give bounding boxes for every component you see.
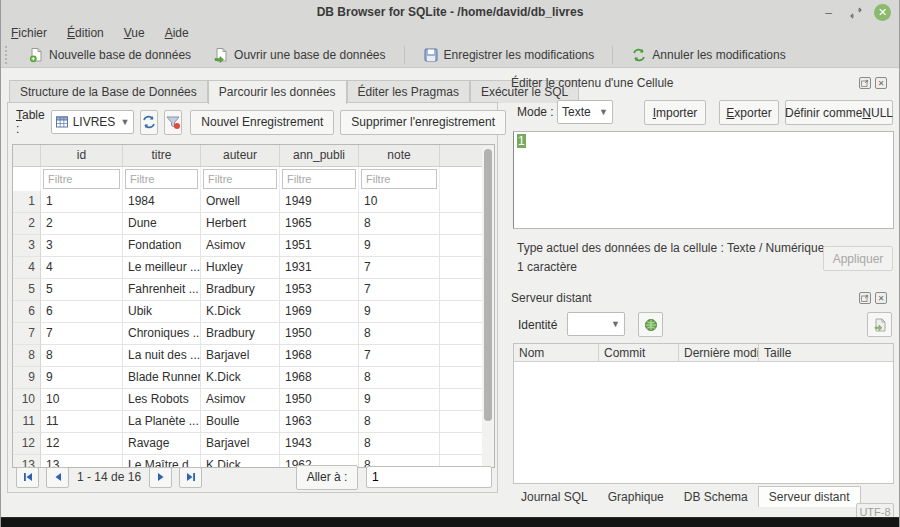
grid-cell[interactable]: Asimov xyxy=(201,389,280,411)
grid-cell[interactable]: 1953 xyxy=(280,279,359,301)
grid-cell[interactable]: Les Robots xyxy=(123,389,201,411)
remote-col-commit[interactable]: Commit xyxy=(599,344,679,361)
table-row[interactable]: 7 7 Chroniques ... Bradbury 1950 8 xyxy=(13,323,494,345)
row-number[interactable]: 12 xyxy=(13,433,41,455)
grid-cell[interactable]: 7 xyxy=(359,279,440,301)
tab-structure[interactable]: Structure de la Base de Données xyxy=(9,80,208,103)
grid-cell[interactable]: Asimov xyxy=(201,235,280,257)
toolbar-drag-handle[interactable] xyxy=(5,46,10,64)
grid-cell[interactable]: 7 xyxy=(41,323,123,345)
table-row[interactable]: 1 1 1984 Orwell 1949 10 xyxy=(13,191,494,213)
goto-record-button[interactable]: Aller à : xyxy=(296,465,358,490)
grid-cell[interactable]: Le meilleur ... xyxy=(123,257,201,279)
last-record-button[interactable] xyxy=(179,467,202,488)
grid-cell[interactable]: 1950 xyxy=(280,323,359,345)
restore-button[interactable] xyxy=(847,4,864,21)
row-number[interactable]: 8 xyxy=(13,345,41,367)
filter-input-id[interactable] xyxy=(43,169,120,189)
table-row[interactable]: 9 9 Blade Runner K.Dick 1968 8 xyxy=(13,367,494,389)
grid-cell[interactable]: 4 xyxy=(41,257,123,279)
goto-record-input[interactable] xyxy=(366,466,492,488)
menu-fichier[interactable]: Fichier xyxy=(11,26,47,42)
table-row[interactable]: 8 8 La nuit des ... Barjavel 1968 7 xyxy=(13,345,494,367)
grid-cell[interactable]: 1951 xyxy=(280,235,359,257)
column-header-ann-publi[interactable]: ann_publi xyxy=(280,145,359,167)
menu-vue[interactable]: Vue xyxy=(124,26,145,42)
grid-cell[interactable]: 1965 xyxy=(280,213,359,235)
first-record-button[interactable] xyxy=(16,467,39,488)
grid-cell[interactable]: Boulle xyxy=(201,411,280,433)
grid-cell[interactable]: Bradbury xyxy=(201,323,280,345)
table-row[interactable]: 12 12 Ravage Barjavel 1943 8 xyxy=(13,433,494,455)
tab-edit-pragmas[interactable]: Éditer les Pragmas xyxy=(347,80,470,103)
column-header-titre[interactable]: titre xyxy=(123,145,201,167)
grid-cell[interactable]: 7 xyxy=(359,345,440,367)
open-database-button[interactable]: Ouvrir une base de données xyxy=(205,44,393,66)
grid-cell[interactable]: 1969 xyxy=(280,301,359,323)
clone-database-button[interactable] xyxy=(867,312,892,337)
cell-content-editor[interactable]: 1 xyxy=(513,131,894,229)
grid-cell[interactable]: Fahrenheit ... xyxy=(123,279,201,301)
row-number[interactable]: 2 xyxy=(13,213,41,235)
grid-cell[interactable]: 8 xyxy=(41,345,123,367)
grid-cell[interactable]: 1931 xyxy=(280,257,359,279)
grid-cell[interactable]: 1968 xyxy=(280,345,359,367)
grid-cell[interactable]: 2 xyxy=(41,213,123,235)
grid-cell[interactable]: 7 xyxy=(359,257,440,279)
float-panel-icon[interactable] xyxy=(859,292,871,304)
filter-input-titre[interactable] xyxy=(125,169,198,189)
export-button[interactable]: Exporter xyxy=(719,100,779,125)
row-number[interactable]: 5 xyxy=(13,279,41,301)
set-null-button[interactable]: Définir comme NULL xyxy=(785,100,893,125)
grid-cell[interactable]: Dune xyxy=(123,213,201,235)
apply-button[interactable]: Appliquer xyxy=(823,246,893,271)
grid-cell[interactable]: Chroniques ... xyxy=(123,323,201,345)
grid-cell[interactable]: 10 xyxy=(41,389,123,411)
new-database-button[interactable]: Nouvelle base de données xyxy=(20,44,199,66)
grid-cell[interactable]: Orwell xyxy=(201,191,280,213)
grid-cell[interactable]: 1943 xyxy=(280,433,359,455)
grid-cell[interactable]: La Planète ... xyxy=(123,411,201,433)
row-number[interactable]: 4 xyxy=(13,257,41,279)
table-row[interactable]: 6 6 Ubik K.Dick 1969 9 xyxy=(13,301,494,323)
column-header-note[interactable]: note xyxy=(359,145,440,167)
menu-aide[interactable]: Aide xyxy=(165,26,189,42)
grid-cell[interactable]: 8 xyxy=(359,433,440,455)
menu-edition[interactable]: Édition xyxy=(67,26,104,42)
table-row[interactable]: 5 5 Fahrenheit ... Bradbury 1953 7 xyxy=(13,279,494,301)
grid-cell[interactable]: 1963 xyxy=(280,411,359,433)
clear-filters-button[interactable] xyxy=(164,110,182,135)
delete-record-button[interactable]: Supprimer l'enregistrement xyxy=(340,110,506,135)
grid-cell[interactable]: 3 xyxy=(41,235,123,257)
tab-journal-sql[interactable]: Journal SQL xyxy=(511,487,598,507)
float-panel-icon[interactable] xyxy=(859,77,871,89)
new-record-button[interactable]: Nouvel Enregistrement xyxy=(190,110,334,135)
row-number[interactable]: 7 xyxy=(13,323,41,345)
grid-cell[interactable]: La nuit des ... xyxy=(123,345,201,367)
remote-col-taille[interactable]: Taille xyxy=(759,344,893,361)
tab-serveur-distant[interactable]: Serveur distant xyxy=(758,486,861,507)
remote-col-modif[interactable]: Dernière modific xyxy=(679,344,759,361)
filter-input-auteur[interactable] xyxy=(203,169,277,189)
grid-cell[interactable]: 9 xyxy=(41,367,123,389)
save-changes-button[interactable]: Enregistrer les modifications xyxy=(415,44,603,66)
close-panel-icon[interactable]: ✕ xyxy=(875,292,887,304)
grid-cell[interactable]: 8 xyxy=(359,323,440,345)
row-number[interactable]: 9 xyxy=(13,367,41,389)
grid-cell[interactable]: 12 xyxy=(41,433,123,455)
titlebar[interactable]: DB Browser for SQLite - /home/david/db_l… xyxy=(1,0,899,26)
table-row[interactable]: 4 4 Le meilleur ... Huxley 1931 7 xyxy=(13,257,494,279)
table-select[interactable]: LIVRES ▼ xyxy=(51,110,135,134)
grid-cell[interactable]: 1 xyxy=(41,191,123,213)
row-number[interactable]: 3 xyxy=(13,235,41,257)
scrollbar-thumb[interactable] xyxy=(484,149,492,421)
mode-select[interactable]: Texte ▼ xyxy=(557,100,613,124)
grid-cell[interactable]: Ubik xyxy=(123,301,201,323)
close-panel-icon[interactable]: ✕ xyxy=(875,77,887,89)
grid-cell[interactable]: 9 xyxy=(359,301,440,323)
refresh-button[interactable] xyxy=(140,110,158,135)
grid-cell[interactable]: Fondation xyxy=(123,235,201,257)
minimize-button[interactable]: – xyxy=(820,4,837,21)
grid-cell[interactable]: Ravage xyxy=(123,433,201,455)
column-header-auteur[interactable]: auteur xyxy=(201,145,280,167)
